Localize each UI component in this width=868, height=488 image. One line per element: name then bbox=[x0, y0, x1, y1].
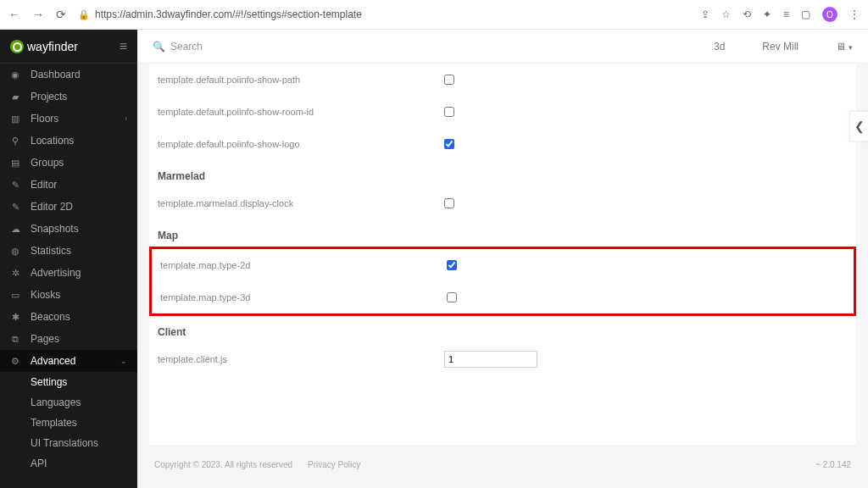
setting-row: template.default.poiinfo-show-room-id bbox=[154, 96, 851, 128]
setting-checkbox[interactable] bbox=[447, 292, 457, 302]
main: 🔍 Search 3d Rev Mill 🖥▾ template.default… bbox=[137, 30, 868, 488]
logo-text: wayfinder bbox=[27, 40, 78, 53]
sidebar-item-label: Snapshots bbox=[31, 223, 79, 235]
sidebar-icon: ⧉ bbox=[10, 334, 20, 345]
sidebar-header: wayfinder ≡ bbox=[0, 30, 137, 64]
setting-checkbox[interactable] bbox=[444, 107, 454, 117]
setting-label: template.default.poiinfo-show-path bbox=[154, 75, 444, 85]
profile-avatar[interactable]: O bbox=[822, 7, 837, 22]
sidebar-item-editor-2d[interactable]: ✎Editor 2D bbox=[0, 196, 137, 218]
sidebar-subitem-ui-translations[interactable]: UI Translations bbox=[0, 433, 137, 453]
search-icon: 🔍 bbox=[153, 41, 165, 53]
section-marmelad: Marmelad bbox=[154, 160, 851, 187]
menu-icon[interactable]: ⋮ bbox=[849, 8, 860, 20]
sidebar-item-label: Dashboard bbox=[31, 69, 81, 80]
sidebar-item-snapshots[interactable]: ☁Snapshots bbox=[0, 218, 137, 240]
setting-label: template.client.js bbox=[154, 354, 444, 364]
sidebar-item-label: Locations bbox=[31, 135, 74, 147]
browser-reload-icon[interactable]: ⟳ bbox=[56, 8, 66, 21]
browser-nav: ← → ⟳ bbox=[8, 8, 66, 21]
sidebar-item-groups[interactable]: ▤Groups bbox=[0, 152, 137, 174]
sidebar-item-beacons[interactable]: ✱Beacons bbox=[0, 306, 137, 328]
sidebar-item-label: Floors bbox=[31, 113, 58, 125]
sidebar-icon: ⚙ bbox=[10, 356, 20, 367]
sidebar-item-label: Beacons bbox=[31, 311, 70, 323]
sidebar-item-label: Editor 2D bbox=[31, 201, 73, 213]
sidebar-icon: ✎ bbox=[10, 202, 20, 213]
sidebar-subitem-settings[interactable]: Settings bbox=[0, 372, 137, 392]
user-menu[interactable]: Rev Mill bbox=[762, 41, 798, 53]
sidebar-subitem-api[interactable]: API bbox=[0, 453, 137, 474]
sidebar-icon: ✱ bbox=[10, 312, 20, 323]
project-selector[interactable]: 3d bbox=[714, 41, 725, 53]
browser-back-icon[interactable]: ← bbox=[8, 8, 20, 21]
setting-checkbox[interactable] bbox=[447, 260, 457, 270]
setting-row: template.client.js bbox=[154, 343, 851, 375]
sidebar-icon: ◉ bbox=[10, 69, 20, 80]
sidebar-item-locations[interactable]: ⚲Locations bbox=[0, 130, 137, 152]
browser-url[interactable]: https://admin.3dwayfinder.com/#!/setting… bbox=[95, 8, 701, 20]
sidebar-item-pages[interactable]: ⧉Pages bbox=[0, 328, 137, 350]
sidebar-item-statistics[interactable]: ◍Statistics bbox=[0, 240, 137, 262]
setting-label: template.map.type-2d bbox=[157, 260, 447, 270]
chevron-down-icon: ⌄ bbox=[120, 357, 127, 365]
setting-label: template.default.poiinfo-show-logo bbox=[154, 139, 444, 149]
search[interactable]: 🔍 Search bbox=[153, 41, 203, 53]
sidebar-item-editor[interactable]: ✎Editor bbox=[0, 174, 137, 196]
list-icon[interactable]: ≡ bbox=[783, 8, 789, 20]
display-icon[interactable]: 🖥▾ bbox=[836, 41, 853, 53]
collapse-panel-icon[interactable]: ❮ bbox=[849, 111, 868, 141]
footer-copyright: Copyright © 2023. All rights reserved bbox=[154, 460, 292, 469]
setting-checkbox[interactable] bbox=[444, 139, 454, 149]
hamburger-icon[interactable]: ≡ bbox=[120, 39, 127, 54]
sidebar-icon: ◍ bbox=[10, 246, 20, 257]
footer-version: ~ 2.0.142 bbox=[815, 460, 851, 469]
sidebar-item-advanced[interactable]: ⚙Advanced⌄ bbox=[0, 350, 137, 372]
sidebar-icon: ▥ bbox=[10, 114, 20, 125]
setting-row: template.map.type-3d bbox=[157, 281, 849, 313]
sidebar-item-label: Groups bbox=[31, 157, 64, 169]
setting-label: template.map.type-3d bbox=[157, 292, 447, 302]
setting-row: template.default.poiinfo-show-logo bbox=[154, 128, 851, 160]
topbar: 🔍 Search 3d Rev Mill 🖥▾ bbox=[137, 30, 868, 64]
sidebar-subitem-languages[interactable]: Languages bbox=[0, 392, 137, 413]
highlight-map-types: template.map.type-2dtemplate.map.type-3d bbox=[149, 247, 856, 316]
content: template.default.poiinfo-show-pathtempla… bbox=[137, 64, 868, 488]
sidebar-icon: ▤ bbox=[10, 158, 20, 169]
setting-checkbox[interactable] bbox=[444, 198, 454, 208]
sidebar-item-kiosks[interactable]: ▭Kiosks bbox=[0, 284, 137, 306]
sidebar-item-label: Editor bbox=[31, 179, 57, 191]
sidebar-item-floors[interactable]: ▥Floors› bbox=[0, 108, 137, 130]
sidebar-subitem-templates[interactable]: Templates bbox=[0, 413, 137, 433]
sidebar-icon: ▭ bbox=[10, 290, 20, 301]
sidebar-item-label: Pages bbox=[31, 333, 59, 345]
setting-checkbox[interactable] bbox=[444, 75, 454, 85]
sync-icon[interactable]: ⟲ bbox=[743, 8, 751, 20]
setting-label: template.default.poiinfo-show-room-id bbox=[154, 107, 444, 117]
sidebar-item-projects[interactable]: ▰Projects bbox=[0, 86, 137, 108]
stop-icon[interactable]: ▢ bbox=[801, 8, 810, 20]
sidebar-item-label: Projects bbox=[31, 91, 67, 103]
sidebar-icon: ▰ bbox=[10, 92, 20, 103]
search-placeholder: Search bbox=[170, 41, 203, 53]
sidebar-item-label: Kiosks bbox=[31, 289, 60, 301]
sidebar-item-label: Advertising bbox=[31, 267, 81, 279]
star-icon[interactable]: ☆ bbox=[721, 8, 731, 20]
section-client: Client bbox=[154, 316, 851, 343]
browser-forward-icon[interactable]: → bbox=[32, 8, 44, 21]
setting-text-input[interactable] bbox=[444, 351, 537, 368]
browser-address-bar: ← → ⟳ 🔒 https://admin.3dwayfinder.com/#!… bbox=[0, 0, 868, 30]
logo[interactable]: wayfinder bbox=[10, 40, 78, 53]
browser-actions: ⇪ ☆ ⟲ ✦ ≡ ▢ O ⋮ bbox=[701, 7, 860, 22]
sidebar-item-dashboard[interactable]: ◉Dashboard bbox=[0, 64, 137, 86]
setting-label: template.marmelad.display-clock bbox=[154, 198, 444, 208]
sidebar-icon: ⚲ bbox=[10, 136, 20, 147]
sidebar: wayfinder ≡ ◉Dashboard▰Projects▥Floors›⚲… bbox=[0, 30, 137, 488]
sidebar-item-label: Statistics bbox=[31, 245, 71, 257]
share-icon[interactable]: ⇪ bbox=[701, 8, 709, 20]
settings-panel: template.default.poiinfo-show-pathtempla… bbox=[149, 64, 856, 445]
footer-privacy-link[interactable]: Privacy Policy bbox=[308, 460, 360, 469]
sidebar-item-advertising[interactable]: ✲Advertising bbox=[0, 262, 137, 284]
setting-row: template.map.type-2d bbox=[157, 249, 849, 281]
extensions-icon[interactable]: ✦ bbox=[763, 8, 771, 20]
